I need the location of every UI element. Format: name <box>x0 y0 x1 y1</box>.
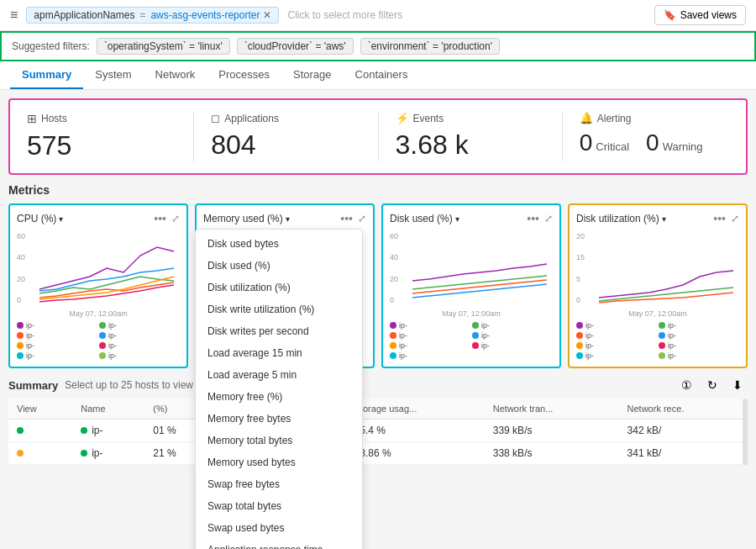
saved-views-button[interactable]: 🔖 Saved views <box>654 5 746 25</box>
dropdown-memory-free-pct[interactable]: Memory free (%) <box>196 386 362 408</box>
memory-chevron-icon: ▾ <box>286 214 290 224</box>
dropdown-swap-used-bytes[interactable]: Swap used bytes <box>196 517 362 539</box>
filter-key: apmApplicationNames <box>34 9 134 21</box>
memory-more-icon[interactable]: ••• <box>340 212 353 225</box>
cpu-chart-area: 6040200 <box>17 230 180 306</box>
warning-count: 0 <box>646 129 659 156</box>
disk-used-metric-card: Disk used (%) ▾ ••• ⤢ 6040200 <box>381 203 561 368</box>
tab-network[interactable]: Network <box>144 61 207 89</box>
cpu-legend-6: ip- <box>17 351 97 360</box>
cpu-card-title-btn[interactable]: CPU (%) ▾ <box>17 213 63 224</box>
disk-util-legend: ip- ip- ip- ip- ip- ip- ip- ip- <box>576 321 739 360</box>
filter-close-icon[interactable]: ✕ <box>263 9 271 21</box>
status-dot-green <box>17 427 24 434</box>
disk-util-legend-2: ip- <box>576 331 657 340</box>
cpu-title-text: CPU (%) <box>17 213 56 224</box>
disk-util-legend-7: ip- <box>659 351 739 360</box>
cpu-chart-content <box>34 230 180 306</box>
applications-card: ◻ Applications 804 <box>194 112 378 161</box>
row-0-net-tx: 339 kB/s <box>485 420 619 442</box>
cpu-legend-2: ip- <box>17 331 97 340</box>
memory-card-title-btn[interactable]: Memory used (%) ▾ <box>203 213 290 224</box>
apps-value: 804 <box>211 129 360 161</box>
dropdown-swap-total-bytes[interactable]: Swap total bytes <box>196 495 362 517</box>
dropdown-memory-total-bytes[interactable]: Memory total bytes <box>196 430 362 451</box>
table-row[interactable]: ip- 21 % 27.56 % 48.86 % 338 kB/s 341 kB… <box>8 442 748 465</box>
events-icon: ⚡ <box>396 112 409 124</box>
cpu-legend-4: ip- <box>17 341 97 350</box>
row-0-name: ip- <box>72 420 144 442</box>
row-1-name-text: ip- <box>92 447 102 459</box>
suggested-tag-2[interactable]: `environment` = 'production' <box>360 38 500 55</box>
cpu-card-header: CPU (%) ▾ ••• ⤢ <box>17 212 180 225</box>
dropdown-disk-write-util[interactable]: Disk write utilization (%) <box>196 298 362 320</box>
row-1-name: ip- <box>72 442 144 465</box>
tab-containers[interactable]: Containers <box>344 61 420 89</box>
suggested-tag-1[interactable]: `cloudProvider` = 'aws' <box>237 38 354 55</box>
summary-table-title: Summary <box>8 379 58 392</box>
summary-data-table: View Name (%) Memory usa... Storage usag… <box>8 399 748 465</box>
disk-util-more-icon[interactable]: ••• <box>713 212 726 225</box>
suggested-tag-0[interactable]: `operatingSystem` = 'linux' <box>97 38 230 55</box>
table-row[interactable]: ip- 01 % 15 % 35.4 % 339 kB/s 342 kB/ <box>8 420 748 442</box>
disk-util-metric-card: Disk utilization (%) ▾ ••• ⤢ 201550 <box>568 203 748 368</box>
hosts-value: 575 <box>27 130 176 161</box>
col-name: Name <box>72 399 144 420</box>
disk-used-legend-3: ip- <box>472 331 553 340</box>
row-1-storage: 48.86 % <box>346 442 485 465</box>
disk-util-legend-4: ip- <box>576 341 657 350</box>
table-download-btn[interactable]: ⬇ <box>727 377 748 393</box>
disk-util-card-title-btn[interactable]: Disk utilization (%) ▾ <box>576 213 666 224</box>
filter-bar: ≡ apmApplicationNames = aws-asg-events-r… <box>0 0 756 31</box>
tab-summary[interactable]: Summary <box>10 61 83 89</box>
dropdown-disk-used-pct[interactable]: Disk used (%) <box>196 255 362 277</box>
disk-util-card-actions: ••• ⤢ <box>713 212 739 225</box>
tab-storage[interactable]: Storage <box>281 61 344 89</box>
disk-used-chart-area: 6040200 <box>390 230 553 306</box>
cpu-expand-icon[interactable]: ⤢ <box>171 213 180 224</box>
summary-table-section: Summary Select up to 25 hosts to view th… <box>0 377 756 465</box>
metrics-grid: CPU (%) ▾ ••• ⤢ 6040200 <box>8 203 748 368</box>
disk-util-expand-icon[interactable]: ⤢ <box>731 213 739 224</box>
active-filter-tag[interactable]: apmApplicationNames = aws-asg-events-rep… <box>26 7 279 24</box>
disk-used-chart-content <box>407 230 553 306</box>
disk-used-more-icon[interactable]: ••• <box>527 212 539 225</box>
filter-more-text[interactable]: Click to select more filters <box>287 9 645 21</box>
disk-used-legend-5: ip- <box>472 341 553 350</box>
disk-used-legend-2: ip- <box>390 331 470 340</box>
row-1-net-rx: 341 kB/ <box>619 442 748 465</box>
dropdown-disk-used-bytes[interactable]: Disk used bytes <box>196 233 362 255</box>
dropdown-disk-utilization[interactable]: Disk utilization (%) <box>196 277 362 298</box>
dropdown-swap-free-bytes[interactable]: Swap free bytes <box>196 473 362 495</box>
col-view: View <box>8 399 72 420</box>
dropdown-app-response-time[interactable]: Application response time <box>196 539 362 549</box>
table-scrollbar[interactable] <box>743 399 748 465</box>
dropdown-memory-used-bytes[interactable]: Memory used bytes <box>196 451 362 473</box>
cpu-chevron-icon: ▾ <box>59 214 63 224</box>
events-card-title: ⚡ Events <box>396 112 545 124</box>
warning-value-group: 0 Warning <box>646 129 703 156</box>
filter-value: aws-asg-events-reporter <box>150 9 260 21</box>
dropdown-disk-writes-per-sec[interactable]: Disk writes per second <box>196 320 362 342</box>
dropdown-load-avg-15[interactable]: Load average 15 min <box>196 342 362 364</box>
tab-processes[interactable]: Processes <box>207 61 281 89</box>
table-action-1-btn[interactable]: ① <box>676 377 697 393</box>
warning-label: Warning <box>663 140 703 153</box>
disk-util-title-text: Disk utilization (%) <box>576 213 659 224</box>
disk-used-card-title-btn[interactable]: Disk used (%) ▾ <box>390 213 459 224</box>
table-refresh-btn[interactable]: ↻ <box>702 377 722 393</box>
cpu-more-icon[interactable]: ••• <box>154 212 166 225</box>
memory-expand-icon[interactable]: ⤢ <box>358 213 366 224</box>
apps-card-title: ◻ Applications <box>211 112 360 124</box>
suggested-label: Suggested filters: <box>12 40 90 52</box>
dropdown-memory-free-bytes[interactable]: Memory free bytes <box>196 408 362 430</box>
disk-used-legend-0: ip- <box>390 321 470 330</box>
summary-table-header: Summary Select up to 25 hosts to view th… <box>8 377 748 393</box>
apps-label: Applications <box>224 113 279 124</box>
alerting-label: Alerting <box>597 113 632 124</box>
cpu-y-labels: 6040200 <box>17 230 25 306</box>
dropdown-load-avg-5[interactable]: Load average 5 min <box>196 364 362 386</box>
tab-system[interactable]: System <box>83 61 143 89</box>
disk-util-legend-6: ip- <box>576 351 657 360</box>
disk-used-expand-icon[interactable]: ⤢ <box>544 213 553 224</box>
